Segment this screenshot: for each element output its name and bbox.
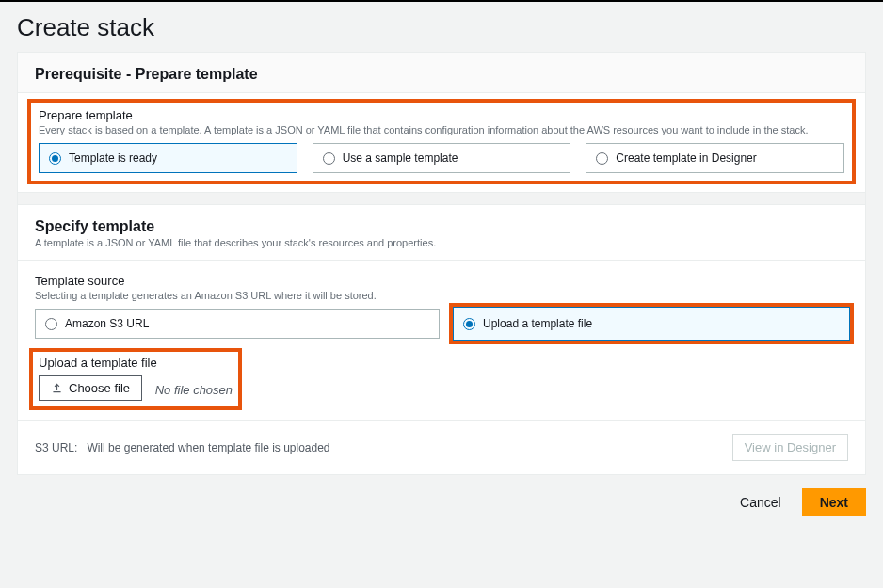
choose-file-label: Choose file [69,381,130,395]
specify-template-title: Specify template [35,218,848,235]
s3-url-row: S3 URL: Will be generated when template … [18,420,865,474]
upload-template-label: Upload a template file [39,356,233,370]
radio-icon [463,318,475,330]
radio-icon [596,152,608,165]
template-source-desc: Selecting a template generates an Amazon… [35,290,848,301]
option-create-designer[interactable]: Create template in Designer [586,143,844,173]
highlight-choose-file: Upload a template file Choose file No fi… [29,348,242,410]
template-source-section: Template source Selecting a template gen… [18,261,865,420]
prepare-template-options: Template is ready Use a sample template … [39,143,844,173]
prerequisite-header: Prerequisite - Prepare template [18,53,865,93]
highlight-prepare-template: Prepare template Every stack is based on… [27,99,856,184]
radio-icon [323,152,335,165]
upload-icon [51,382,63,394]
create-stack-panel: Prerequisite - Prepare template Prepare … [17,52,866,475]
radio-icon [45,318,57,330]
file-chosen-status: No file chosen [155,383,233,397]
option-label: Use a sample template [343,151,458,165]
prepare-template-desc: Every stack is based on a template. A te… [39,124,844,135]
option-label: Create template in Designer [616,151,756,165]
option-upload-file[interactable]: Upload a template file [453,307,850,341]
option-label: Template is ready [69,151,157,165]
prepare-template-label: Prepare template [39,108,844,122]
prepare-template-section: Prepare template Every stack is based on… [18,93,865,192]
choose-file-button[interactable]: Choose file [39,375,142,401]
option-sample-template[interactable]: Use a sample template [313,143,571,173]
prerequisite-title: Prerequisite - Prepare template [35,66,848,83]
option-s3-url[interactable]: Amazon S3 URL [35,309,440,339]
option-template-ready[interactable]: Template is ready [39,143,297,173]
footer-actions: Cancel Next [0,475,883,516]
specify-template-desc: A template is a JSON or YAML file that d… [18,237,865,260]
page-title: Create stack [0,2,883,52]
upload-template-row: Upload a template file Choose file No fi… [35,352,848,405]
option-label: Upload a template file [483,317,592,330]
specify-template-header: Specify template [18,205,865,237]
template-source-label: Template source [35,274,848,288]
option-label: Amazon S3 URL [65,317,149,330]
highlight-upload-option: Upload a template file [449,303,854,344]
template-source-options: Amazon S3 URL Upload a template file [35,309,848,339]
s3-url-text: S3 URL: Will be generated when template … [35,441,330,454]
s3-url-value: Will be generated when template file is … [87,441,329,454]
s3-url-label: S3 URL: [35,441,77,454]
view-in-designer-button[interactable]: View in Designer [732,434,848,461]
radio-icon [49,152,61,165]
next-button[interactable]: Next [802,488,866,516]
cancel-button[interactable]: Cancel [730,489,791,516]
section-divider [18,192,865,205]
